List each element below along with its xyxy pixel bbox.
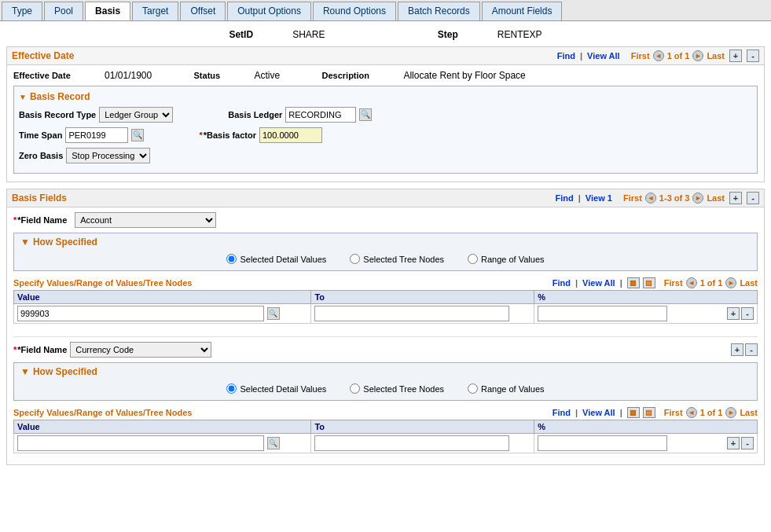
eff-add-btn[interactable]: + (729, 50, 742, 62)
basis-factor-input[interactable] (259, 127, 322, 143)
tab-batch-records[interactable]: Batch Records (398, 2, 480, 20)
sv-grid-icon-2[interactable]: ▤ (643, 407, 655, 418)
tab-basis[interactable]: Basis (85, 2, 130, 20)
zero-basis-select[interactable]: Stop Processing Use Zero Skip (66, 148, 150, 163)
timespan-search-icon[interactable]: 🔍 (131, 129, 144, 141)
eff-next-btn[interactable]: ► (692, 50, 703, 61)
sv-viewall-link-2[interactable]: View All (582, 408, 615, 417)
row-add-btn-1-1[interactable]: + (727, 307, 740, 320)
eff-date-nav: Find | View All First ◄ 1 of 1 ► Last (557, 50, 725, 61)
eff-remove-btn[interactable]: - (747, 50, 759, 62)
sv-spreadsheet-icon-1[interactable]: ▦ (627, 277, 640, 288)
field-account: *Field Name Account Currency Code Depart… (13, 212, 758, 324)
basis-record-panel: ▼ Basis Record Basis Record Type Ledger … (13, 86, 758, 174)
radio-range-label-2: Range of Values (481, 384, 545, 394)
specify-values-1: Specify Values/Range of Values/Tree Node… (13, 276, 758, 324)
how-triangle-1: ▼ (20, 237, 30, 248)
values-table-1: Value To % 🔍 (13, 290, 758, 324)
tabs-bar: Type Pool Basis Target Offset Output Opt… (0, 0, 771, 21)
eff-date-field-label: Effective Date (13, 71, 71, 80)
sv-prev-1[interactable]: ◄ (686, 277, 697, 288)
value-input-1-1[interactable] (17, 306, 264, 321)
radio-detail-values-1[interactable] (226, 254, 237, 264)
value-search-2-1[interactable]: 🔍 (267, 437, 280, 449)
setid-value: SHARE (292, 29, 325, 40)
sv-find-link-1[interactable]: Find (553, 278, 571, 288)
basis-record-triangle: ▼ (19, 93, 27, 101)
eff-view-all-link[interactable]: View All (587, 51, 620, 61)
step-value: RENTEXP (497, 29, 542, 40)
tab-pool[interactable]: Pool (44, 2, 83, 20)
step-label: Step (438, 29, 458, 40)
sv-next-2[interactable]: ► (725, 407, 736, 418)
eff-prev-btn[interactable]: ◄ (653, 50, 664, 61)
radio-tree-nodes-1[interactable] (350, 254, 360, 264)
desc-value: Allocate Rent by Floor Space (403, 70, 525, 81)
tab-type[interactable]: Type (2, 2, 42, 20)
timespan-input[interactable] (65, 127, 128, 143)
field-add-btn-2[interactable]: + (731, 343, 743, 356)
row-remove-btn-2-1[interactable]: - (741, 437, 754, 449)
radio-tree-nodes-2[interactable] (350, 383, 360, 394)
tab-output-options[interactable]: Output Options (227, 2, 311, 20)
to-input-2-1[interactable] (314, 435, 508, 451)
setid-row: SetID SHARE Step RENTEXP (6, 26, 765, 46)
field-name-label-1: *Field Name (13, 215, 67, 225)
bf-last-label: Last (707, 193, 725, 203)
value-input-2-1[interactable] (17, 435, 264, 451)
timespan-label: Time Span (19, 130, 62, 140)
sv-page-2: 1 of 1 (700, 408, 723, 417)
eff-find-link[interactable]: Find (557, 51, 575, 61)
sv-first-1: First (664, 278, 683, 288)
bf-first-label: First (623, 193, 642, 203)
basis-type-label: Basis Record Type (19, 110, 96, 119)
to-input-1-1[interactable] (314, 306, 508, 321)
tab-amount-fields[interactable]: Amount Fields (482, 2, 563, 20)
pct-input-2-1[interactable] (538, 435, 667, 451)
field-name-select-2[interactable]: Account Currency Code Department Fund Co… (70, 342, 211, 358)
status-value: Active (254, 70, 280, 81)
basis-ledger-search-icon[interactable]: 🔍 (359, 108, 372, 121)
bf-view-link[interactable]: View 1 (586, 193, 612, 203)
eff-date-field-value: 01/01/1900 (105, 70, 152, 81)
col-value-1: Value (14, 291, 311, 304)
basis-type-select[interactable]: Ledger Group Ledger Tree Query (99, 107, 173, 123)
radio-detail-values-2[interactable] (226, 383, 237, 394)
how-specified-title-1: How Specified (33, 237, 97, 248)
value-search-1-1[interactable]: 🔍 (267, 307, 280, 320)
how-triangle-2: ▼ (20, 366, 30, 377)
row-add-btn-2-1[interactable]: + (727, 437, 740, 449)
col-value-2: Value (14, 420, 311, 434)
zero-basis-label: Zero Basis (19, 151, 63, 160)
bf-next-btn[interactable]: ► (692, 193, 703, 204)
basis-ledger-input[interactable] (285, 107, 356, 123)
tab-offset[interactable]: Offset (180, 2, 226, 20)
bf-page-info: 1-3 of 3 (659, 193, 690, 203)
field-name-select-1[interactable]: Account Currency Code Department Fund Co… (75, 212, 216, 228)
radio-detail-label-2: Selected Detail Values (240, 384, 326, 394)
field-remove-btn-2[interactable]: - (745, 343, 758, 356)
tab-round-options[interactable]: Round Options (313, 2, 396, 20)
specify-title-1: Specify Values/Range of Values/Tree Node… (13, 278, 192, 288)
bf-prev-btn[interactable]: ◄ (645, 193, 656, 204)
col-pct-2: % (534, 420, 758, 434)
effective-date-title: Effective Date (12, 50, 74, 61)
radio-range-1[interactable] (468, 254, 478, 264)
sv-prev-2[interactable]: ◄ (686, 407, 697, 418)
pct-input-1-1[interactable] (538, 306, 667, 321)
effective-date-section: Effective Date Find | View All First ◄ 1… (6, 46, 765, 182)
sv-grid-icon-1[interactable]: ▤ (643, 277, 655, 288)
sv-find-link-2[interactable]: Find (553, 408, 571, 417)
sv-next-1[interactable]: ► (725, 277, 736, 288)
bf-find-link[interactable]: Find (556, 193, 574, 203)
basis-factor-label: *Basis factor (199, 130, 256, 140)
tab-target[interactable]: Target (132, 2, 178, 20)
eff-last-label: Last (707, 51, 725, 61)
field-currency-code: *Field Name Account Currency Code Depart… (13, 336, 758, 453)
sv-spreadsheet-icon-2[interactable]: ▦ (627, 407, 640, 418)
sv-viewall-link-1[interactable]: View All (582, 278, 615, 288)
radio-range-2[interactable] (468, 383, 478, 394)
row-remove-btn-1-1[interactable]: - (741, 307, 754, 320)
bf-add-btn[interactable]: + (729, 192, 742, 204)
bf-remove-btn[interactable]: - (747, 192, 759, 204)
